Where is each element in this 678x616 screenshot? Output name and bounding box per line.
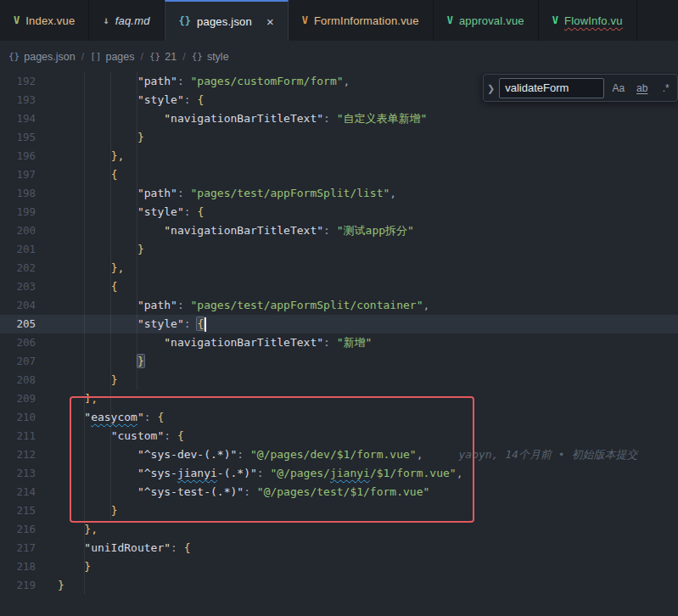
code-line-195[interactable]: 195 } (0, 128, 678, 147)
line-number: 204 (0, 296, 48, 315)
line-number: 201 (0, 240, 48, 259)
code-line-212[interactable]: 212 "^sys-dev-(.*)": "@/pages/dev/$1/for… (0, 445, 678, 464)
symbol-icon: {} (149, 51, 160, 62)
code-line-216[interactable]: 216 }, (0, 520, 678, 539)
symbol-icon: {} (8, 51, 20, 62)
code-line-197[interactable]: 197 { (0, 165, 678, 184)
vue-icon: V (302, 14, 308, 26)
breadcrumb-item-21[interactable]: {}21 (149, 51, 177, 63)
code-line-217[interactable]: 217 "uniIdRouter": { (0, 539, 678, 557)
line-number: 211 (0, 427, 48, 445)
line-number: 195 (0, 128, 48, 147)
breadcrumb-separator: / (81, 51, 84, 63)
code-line-213[interactable]: 213 "^sys-jianyi-(.*)": "@/pages/jianyi/… (0, 464, 678, 483)
code-line-204[interactable]: 204 "path": "pages/test/appFormSplit/con… (0, 296, 678, 315)
code-line-215[interactable]: 215 } (0, 501, 678, 520)
vue-icon: V (14, 14, 20, 26)
tab-label: Index.vue (25, 14, 75, 27)
code-line-214[interactable]: 214 "^sys-test-(.*)": "@/pages/test/$1/f… (0, 483, 678, 501)
line-number: 199 (0, 203, 48, 221)
breadcrumb-label: style (207, 51, 229, 63)
code-line-205[interactable]: 205 "style": { (0, 315, 678, 333)
line-text: "style": { (48, 203, 204, 221)
code-line-208[interactable]: 208 } (0, 371, 678, 389)
line-text: "navigationBarTitleText": "自定义表单新增" (48, 109, 427, 128)
line-text: "navigationBarTitleText": "新增" (48, 333, 372, 352)
code-line-210[interactable]: 210 "easycom": { (0, 408, 678, 427)
line-text: { (48, 165, 117, 184)
tab-faq-md[interactable]: ↓faq.md (89, 0, 164, 41)
regex-icon[interactable]: .* (656, 79, 675, 98)
tab-index-vue[interactable]: VIndex.vue (0, 0, 89, 41)
line-number: 210 (0, 408, 48, 427)
line-number: 214 (0, 483, 48, 501)
line-text: } (48, 240, 144, 259)
tab-label: faq.md (115, 14, 150, 27)
code-line-198[interactable]: 198 "path": "pages/test/appFormSplit/lis… (0, 184, 678, 203)
text-cursor (205, 317, 206, 332)
code-line-219[interactable]: 219} (0, 576, 678, 595)
line-text: "style": { (48, 91, 204, 109)
line-number: 216 (0, 520, 48, 539)
close-icon[interactable]: × (266, 15, 274, 28)
line-number: 193 (0, 91, 48, 109)
tab-flowinfo-vu[interactable]: VFlowInfo.vu (539, 0, 637, 41)
line-text: "path": "pages/test/appFormSplit/contain… (48, 296, 429, 315)
breadcrumb-item-style[interactable]: {}style (192, 51, 229, 63)
line-text: "^sys-test-(.*)": "@/pages/test/$1/form.… (48, 483, 429, 501)
tab-forminformation-vue[interactable]: VFormInformation.vue (289, 0, 434, 41)
tab-pages-json[interactable]: {}pages.json× (165, 0, 289, 41)
git-blame-annotation: yaoyn, 14个月前 • 初始版本提交 (423, 448, 637, 461)
line-text: "custom": { (48, 427, 184, 445)
line-number: 219 (0, 576, 48, 595)
code-line-207[interactable]: 207 } (0, 352, 678, 371)
code-line-211[interactable]: 211 "custom": { (0, 427, 678, 445)
line-number: 203 (0, 277, 48, 296)
breadcrumb-item-pages[interactable]: []pages (90, 51, 134, 63)
line-text: } (48, 128, 144, 147)
tab-label: FormInformation.vue (314, 14, 419, 27)
line-text: ], (48, 389, 98, 408)
match-case-icon[interactable]: Aa (608, 79, 628, 98)
line-number: 202 (0, 259, 48, 277)
line-text: { (48, 277, 117, 296)
code-line-194[interactable]: 194 "navigationBarTitleText": "自定义表单新增" (0, 109, 678, 128)
indent-guide (84, 72, 85, 595)
toggle-replace-icon[interactable]: ❯ (487, 79, 495, 98)
code-line-200[interactable]: 200 "navigationBarTitleText": "测试app拆分" (0, 221, 678, 240)
code-line-202[interactable]: 202 }, (0, 259, 678, 277)
line-text: "navigationBarTitleText": "测试app拆分" (48, 221, 414, 240)
line-text: "path": "pages/customForm/form", (48, 72, 350, 91)
line-text: } (48, 576, 64, 595)
vscode-window: VIndex.vue↓faq.md{}pages.json×VFormInfor… (0, 0, 678, 616)
breadcrumb-item-pages-json[interactable]: {}pages.json (8, 51, 76, 63)
line-number: 194 (0, 109, 48, 128)
whole-word-icon[interactable]: ab (632, 79, 652, 98)
line-number: 217 (0, 539, 48, 557)
tab-label: pages.json (197, 15, 252, 28)
tab-approval-vue[interactable]: Vapproval.vue (434, 0, 539, 41)
vue-icon: V (447, 14, 453, 26)
code-line-218[interactable]: 218 } (0, 557, 678, 576)
code-line-201[interactable]: 201 } (0, 240, 678, 259)
line-number: 200 (0, 221, 48, 240)
code-line-206[interactable]: 206 "navigationBarTitleText": "新增" (0, 333, 678, 352)
json-icon: {} (179, 15, 191, 27)
breadcrumb: {}pages.json/[]pages/{}21/{}style (0, 41, 678, 72)
code-line-199[interactable]: 199 "style": { (0, 203, 678, 221)
code-line-196[interactable]: 196 }, (0, 147, 678, 165)
line-number: 208 (0, 371, 48, 389)
line-number: 212 (0, 445, 48, 464)
line-text: "style": { (48, 315, 206, 333)
code-line-209[interactable]: 209 ], (0, 389, 678, 408)
line-number: 205 (0, 315, 48, 333)
line-text: }, (48, 259, 124, 277)
breadcrumb-label: pages.json (24, 51, 75, 63)
editor[interactable]: 192 "path": "pages/customForm/form",193 … (0, 72, 678, 616)
find-input[interactable] (499, 78, 604, 98)
code-line-203[interactable]: 203 { (0, 277, 678, 296)
line-number: 197 (0, 165, 48, 184)
indent-guide (137, 72, 137, 389)
tab-bar: VIndex.vue↓faq.md{}pages.json×VFormInfor… (0, 0, 678, 41)
line-text: } (48, 352, 144, 371)
